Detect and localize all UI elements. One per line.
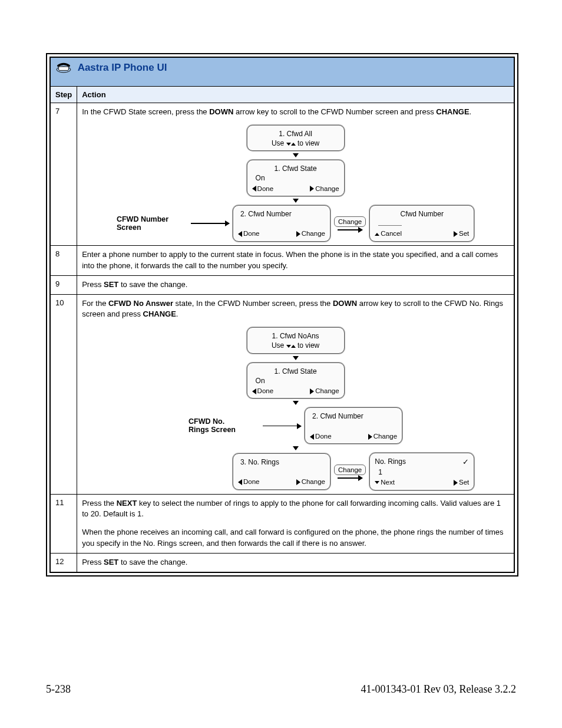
step-text: For the CFWD No Answer state, In the CFW…: [82, 298, 509, 321]
step-row: 10 For the CFWD No Answer state, In the …: [51, 294, 514, 494]
step-row: 9 Press SET to save the change.: [51, 275, 514, 294]
lcd-screen-no-rings-edit: No. Rings ✓ 1 Next Set: [369, 453, 474, 490]
triangle-down-icon: [286, 345, 291, 348]
triangle-up-icon: [375, 233, 379, 236]
step-text: Press the NEXT key to select the number …: [77, 494, 514, 553]
arrow-down-icon: [293, 356, 299, 360]
step-text: Press SET to save the change.: [77, 554, 514, 572]
lcd-screen-cfwd-all: 1. Cfwd All Use to view: [247, 125, 345, 151]
triangle-left-icon: [238, 479, 242, 485]
lcd-screen-no-rings: 3. No. Rings Done Change: [233, 453, 330, 490]
pointer-arrow-icon: [191, 223, 229, 224]
step-row: 12 Press SET to save the change.: [51, 554, 514, 572]
cfwd-rings-screen-label: CFWD No. Rings Screen: [189, 417, 259, 434]
phone-icon: [55, 61, 72, 74]
change-label: Change: [334, 465, 366, 475]
column-headers: Step Action: [51, 87, 514, 103]
section-title: Aastra IP Phone UI: [78, 62, 167, 74]
svg-rect-1: [59, 67, 69, 70]
arrow-down-icon: [293, 446, 299, 450]
col-step: Step: [51, 87, 77, 103]
triangle-right-icon: [296, 479, 300, 485]
triangle-left-icon: [238, 231, 242, 237]
triangle-down-icon: [286, 143, 291, 146]
triangle-up-icon: [291, 345, 296, 348]
step-number: 10: [51, 294, 77, 494]
step-number: 8: [51, 246, 77, 276]
triangle-up-icon: [291, 143, 296, 146]
lcd-screen-cfwd-noans: 1. Cfwd NoAns Use to view: [247, 327, 345, 353]
triangle-right-icon: [310, 388, 314, 394]
lcd-screen-cfwd-state: 1. Cfwd State On Done Change: [247, 363, 345, 399]
arrow-down-icon: [293, 153, 299, 157]
step-text: Press SET to save the change.: [77, 275, 514, 294]
lcd-screen-cfwd-state: 1. Cfwd State On Done Change: [247, 160, 345, 196]
procedure-table-outer: Aastra IP Phone UI Step Action 7 In the …: [46, 53, 518, 577]
arrow-down-icon: [293, 401, 299, 405]
triangle-left-icon: [252, 388, 256, 394]
footer-page-number: 5-238: [46, 683, 71, 696]
col-action: Action: [77, 87, 514, 103]
step-text: Enter a phone number to apply to the cur…: [77, 246, 514, 276]
pointer-arrow-icon: [338, 229, 362, 230]
triangle-right-icon: [368, 434, 372, 440]
title-row: Aastra IP Phone UI: [51, 58, 514, 87]
pointer-arrow-icon: [338, 477, 362, 479]
input-underline: [378, 219, 402, 226]
lcd-screen-cfwd-number-edit: Cfwd Number Cancel Set: [369, 205, 474, 242]
step-text: In the CFWD State screen, press the DOWN…: [82, 107, 509, 118]
footer-doc-id: 41-001343-01 Rev 03, Release 3.2.2: [361, 683, 516, 696]
cfwd-number-screen-label: CFWD Number Screen: [117, 215, 187, 232]
step-row: 8 Enter a phone number to apply to the c…: [51, 246, 514, 276]
step-number: 11: [51, 494, 77, 553]
triangle-right-icon: [310, 186, 314, 192]
lcd-screen-cfwd-number: 2. Cfwd Number Done Change: [305, 407, 402, 444]
triangle-right-icon: [296, 231, 300, 237]
step-row: 11 Press the NEXT key to select the numb…: [51, 494, 514, 553]
triangle-left-icon: [252, 186, 256, 192]
change-label: Change: [334, 216, 366, 227]
step-row: 7 In the CFWD State screen, press the DO…: [51, 103, 514, 246]
arrow-down-icon: [293, 199, 299, 203]
step-number: 7: [51, 103, 77, 246]
triangle-down-icon: [375, 481, 379, 484]
step-number: 9: [51, 275, 77, 294]
triangle-right-icon: [454, 480, 458, 486]
lcd-screen-cfwd-number: 2. Cfwd Number Done Change: [233, 205, 330, 242]
page-footer: 5-238 41-001343-01 Rev 03, Release 3.2.2: [46, 683, 516, 696]
checkmark-icon: ✓: [462, 457, 469, 467]
pointer-arrow-icon: [263, 426, 301, 427]
triangle-left-icon: [310, 434, 314, 440]
triangle-right-icon: [454, 231, 458, 237]
step-number: 12: [51, 554, 77, 572]
